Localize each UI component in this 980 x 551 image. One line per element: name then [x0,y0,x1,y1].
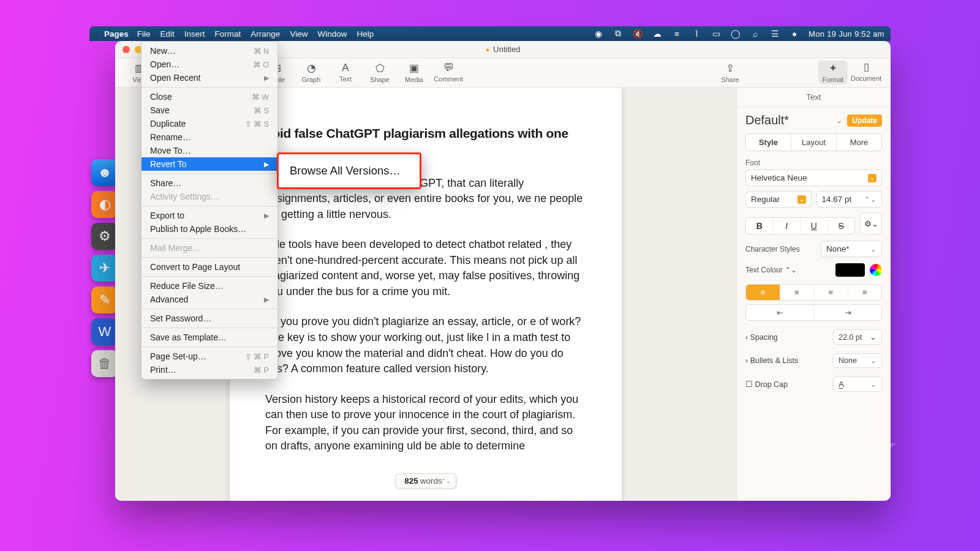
toolbar-text[interactable]: AText [331,62,360,83]
menu-print[interactable]: Print…⌘ P [141,363,277,377]
align-left-button[interactable]: ≡ [746,285,780,300]
text-icon: A [342,62,349,74]
dock-pages[interactable]: ✎ [91,287,118,313]
compass-icon[interactable]: ◉ [593,28,604,39]
toolbar-format[interactable]: ✦Format [818,61,848,84]
battery-icon[interactable]: ▭ [710,28,722,39]
textcolor-label: Text Colour ⌃⌄ [745,266,831,274]
outdent-button[interactable]: ⇤ [746,305,814,320]
toolbar-share[interactable]: ⇪Share [715,62,745,83]
strike-button[interactable]: S [828,218,855,234]
dropcap-select[interactable]: A̲ ⌄ [833,377,882,392]
window-title: Untitled [493,45,520,54]
close-icon[interactable] [123,46,130,53]
menu-convert[interactable]: Convert to Page Layout [141,260,277,274]
menu-reduce[interactable]: Reduce File Size… [141,279,277,293]
menu-setpw[interactable]: Set Password… [141,312,277,325]
tab-more[interactable]: More [837,134,881,151]
text-color-swatch[interactable] [835,263,865,277]
media-icon: ▣ [409,62,419,75]
underline-button[interactable]: U [801,218,828,234]
siri-icon[interactable]: ● [789,28,800,39]
chevron-down-icon[interactable]: ⌄ [836,116,842,125]
menu-open[interactable]: Open…⌘ O [141,58,277,71]
font-family-select[interactable]: Helvetica Neue ⌄ [745,170,882,186]
menu-browse-versions[interactable]: Browse All Versions… [279,160,420,181]
orange-stepper-icon: ⌄ [870,332,876,342]
menubar-arrange[interactable]: Arrange [251,29,280,39]
dock-trash[interactable]: 🗑︎ [91,350,118,377]
font-style-select[interactable]: Regular ⌄ [745,191,812,208]
italic-button[interactable]: I [774,218,801,234]
dock-finder[interactable]: ☻ [91,159,118,186]
menu-savetmpl[interactable]: Save as Template… [141,331,277,344]
menubar-datetime[interactable]: Mon 19 Jun 9:52 am [809,29,884,39]
cloud-icon[interactable]: ☁︎ [652,28,663,39]
align-justify-button[interactable]: ≡ [848,285,882,300]
dock-firefox[interactable]: ◐ [91,191,118,218]
chevron-right-icon: ▶ [264,212,269,220]
toolbar-media[interactable]: ▣Media [399,62,429,83]
color-wheel-icon[interactable] [870,264,882,276]
search-icon[interactable]: ⌕ [750,28,761,39]
font-options-button[interactable]: ⚙︎⌄ [860,212,882,234]
toolbar-shape[interactable]: ⬠Shape [365,62,394,83]
align-center-button[interactable]: ≡ [780,285,815,300]
menu-rename[interactable]: Rename… [141,130,277,144]
tab-style[interactable]: Style [746,134,791,151]
menu-open-recent[interactable]: Open Recent▶ [141,71,277,84]
menubar-format[interactable]: Format [215,29,241,39]
menu-export[interactable]: Export to▶ [141,209,277,222]
stepper-icon[interactable]: ⌃⌄ [864,195,876,204]
document-page[interactable]: void false ChatGPT plagiarism allegation… [230,88,622,501]
update-button[interactable]: Update [847,114,882,127]
dock-telegram[interactable]: ✈︎ [91,255,118,282]
menu-advanced[interactable]: Advanced▶ [141,293,277,306]
menu-duplicate[interactable]: Duplicate⇧ ⌘ S [141,117,277,130]
bullets-select[interactable]: None⌄ [833,353,882,368]
menubar-edit[interactable]: Edit [160,29,175,39]
tab-layout[interactable]: Layout [791,134,837,151]
toolbar-comment[interactable]: 💬︎Comment [434,62,463,83]
menu-share[interactable]: Share… [141,176,277,190]
toolbar-graph[interactable]: ◔Graph [296,62,326,83]
menubar-file[interactable]: File [137,29,151,39]
orange-stepper-icon: ⌄ [797,195,806,204]
chevron-down-icon: ⌄ [870,380,876,389]
menubar-help[interactable]: Help [356,29,374,39]
bluetooth-icon[interactable]: ≡ [671,28,682,39]
charstyles-select[interactable]: None*⌄ [821,241,882,257]
wordcount[interactable]: 825words ⌃⌄ [395,473,456,489]
gear-icon: ⚙︎⌄ [864,219,878,228]
dock-word[interactable]: W [91,318,118,345]
dock-settings[interactable]: ⚙︎ [91,223,118,250]
align-right-button[interactable]: ≡ [814,285,848,300]
document-icon: ▯ [864,61,869,73]
menu-save[interactable]: Save⌘ S [141,103,277,117]
menu-new[interactable]: New…⌘ N [141,44,277,58]
mute-icon[interactable]: 🔇 [632,28,643,39]
menubar-insert[interactable]: Insert [184,29,205,39]
control-center-icon[interactable]: ☰ [769,28,780,39]
bold-button[interactable]: B [746,218,774,234]
menubar-view[interactable]: View [290,29,307,39]
menu-moveto[interactable]: Move To… [141,144,277,157]
menu-pagesetup[interactable]: Page Set-up…⇧ ⌘ P [141,350,277,363]
font-size-field[interactable]: 14.67 pt ⌃⌄ [816,191,883,208]
spacing-label[interactable]: › Spacing [745,333,833,342]
toolbar-document[interactable]: ▯Document [851,61,881,84]
chevron-updown-icon: ⌃⌄ [441,478,451,484]
bullets-label[interactable]: › Bullets & Lists [745,356,833,365]
user-icon[interactable]: ◯ [730,28,741,39]
indent-button[interactable]: ⇥ [814,305,881,320]
dropbox-icon[interactable]: ⧉ [612,28,624,39]
spacing-field[interactable]: 22.0 pt⌄ [833,329,882,345]
wifi-icon[interactable]: ⌇ [691,28,702,39]
menu-publish[interactable]: Publish to Apple Books… [141,222,277,236]
menubar-app[interactable]: Pages [104,29,129,39]
menu-revert-to[interactable]: Revert To▶ [141,157,277,171]
menubar-window[interactable]: Window [317,29,347,39]
graph-icon: ◔ [307,62,316,75]
paragraph-style[interactable]: Default* [745,113,831,127]
menu-close[interactable]: Close⌘ W [141,90,277,103]
